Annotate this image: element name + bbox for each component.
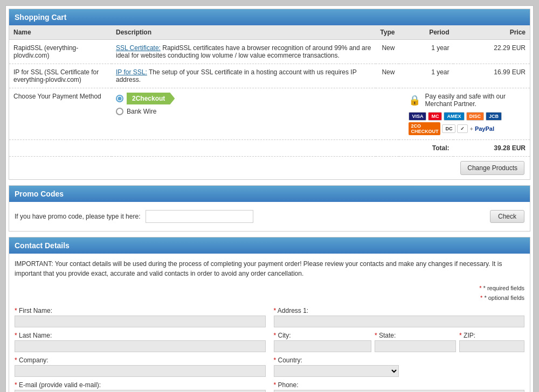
visa-badge: VISA — [409, 112, 426, 121]
last-name-input[interactable] — [15, 340, 266, 352]
bankwire-label: Bank Wire — [127, 108, 156, 115]
country-select[interactable] — [274, 365, 399, 377]
table-row: RapidSSL (everything-plovdiv.com) SSL Ce… — [9, 40, 530, 64]
table-row: IP for SSL (SSL Certificate for everythi… — [9, 64, 530, 88]
city-input[interactable] — [274, 340, 371, 352]
phone-input[interactable] — [274, 390, 525, 392]
state-label: * State: — [375, 332, 456, 339]
jcb-badge: JCB — [486, 112, 502, 121]
item-period-1: 1 year — [399, 40, 453, 64]
item-price-2: 16.99 EUR — [453, 64, 530, 88]
first-name-label: * First Name: — [15, 307, 266, 314]
country-row: * Country: — [274, 356, 399, 377]
payment-option-2checkout[interactable]: 2Checkout — [116, 93, 395, 104]
email-label: * E-mail (provide valid e-mail): — [15, 381, 266, 389]
promo-input[interactable] — [146, 210, 253, 223]
country-label: * Country: — [274, 356, 399, 364]
important-text: IMPORTANT: Your contact details will be … — [15, 259, 524, 278]
company-row: * Company: — [15, 356, 266, 377]
contact-details-header: Contact Details — [9, 237, 530, 254]
mastercard-badge: MC — [428, 112, 442, 121]
payment-info-cell: 🔒 Pay easily and safe with our Merchant … — [399, 88, 530, 140]
payment-options-cell: 2Checkout Bank Wire — [112, 88, 399, 140]
first-name-row: * First Name: — [15, 307, 266, 327]
paypal-badge: PayPal — [475, 125, 494, 132]
col-price: Price — [453, 25, 530, 40]
radio-bankwire-icon — [116, 108, 123, 115]
total-label: Total: — [9, 140, 453, 157]
item-desc-link-2[interactable]: IP for SSL: — [116, 68, 147, 76]
checkout-label: 2Checkout — [127, 93, 175, 104]
address1-input[interactable] — [274, 316, 525, 327]
payment-option-bankwire[interactable]: Bank Wire — [116, 108, 395, 115]
zip-input[interactable] — [459, 340, 524, 352]
check-badge: ✓ — [457, 124, 468, 133]
company-label: * Company: — [15, 356, 266, 364]
last-name-row: * Last Name: — [15, 332, 266, 352]
zip-label: * ZIP: — [459, 332, 524, 339]
item-name-1: RapidSSL (everything-plovdiv.com) — [9, 40, 112, 64]
change-products-button[interactable]: Change Products — [460, 161, 524, 175]
col-type: Type — [376, 25, 399, 40]
address1-label: * Address 1: — [274, 307, 525, 314]
item-period-2: 1 year — [399, 64, 453, 88]
promo-codes-title: Promo Codes — [15, 190, 64, 198]
payment-logos: VISA MC AMEX DISC JCB 2COCHECKOUT DC ✓ + — [409, 112, 526, 135]
contact-details-title: Contact Details — [15, 241, 70, 250]
col-name: Name — [9, 25, 112, 40]
payment-method-label: Choose Your Payment Method — [9, 88, 112, 140]
company-input[interactable] — [15, 365, 266, 377]
discover-badge: DISC — [466, 112, 485, 121]
city-label: * City: — [274, 332, 371, 339]
promo-label: If you have promo code, please type it h… — [15, 213, 140, 220]
promo-codes-header: Promo Codes — [9, 186, 530, 202]
check-button[interactable]: Check — [490, 210, 524, 223]
item-desc-1: SSL Certificate: RapidSSL certificates h… — [112, 40, 376, 64]
change-products-area: Change Products — [9, 157, 530, 179]
phone-row: * Phone: — [274, 381, 525, 392]
email-input[interactable] — [15, 390, 266, 392]
col-description: Description — [112, 25, 376, 40]
shopping-cart-title: Shopping Cart — [15, 13, 66, 22]
promo-section: If you have promo code, please type it h… — [9, 202, 530, 231]
total-value: 39.28 EUR — [453, 140, 530, 157]
amex-badge: AMEX — [444, 112, 464, 121]
radio-2checkout-icon — [116, 95, 123, 102]
first-name-input[interactable] — [15, 316, 266, 327]
item-type-1: New — [376, 40, 399, 64]
item-name-2: IP for SSL (SSL Certificate for everythi… — [9, 64, 112, 88]
address1-row: * Address 1: — [274, 307, 525, 327]
col-period: Period — [399, 25, 453, 40]
last-name-label: * Last Name: — [15, 332, 266, 339]
shopping-cart-header: Shopping Cart — [9, 9, 530, 25]
payment-method-row: Choose Your Payment Method 2Checkout Ban… — [9, 88, 530, 140]
item-price-1: 22.29 EUR — [453, 40, 530, 64]
required-note: * * required fields * * optional fields — [15, 284, 524, 303]
lock-icon: 🔒 — [409, 94, 420, 106]
diners-badge: DC — [442, 124, 455, 133]
safe-payment-text: Pay easily and safe with our Merchant Pa… — [425, 93, 526, 108]
state-input[interactable] — [375, 340, 456, 352]
item-type-2: New — [376, 64, 399, 88]
email-row: * E-mail (provide valid e-mail): — [15, 381, 266, 392]
city-state-zip-row: * City: * State: * ZIP: — [274, 332, 525, 356]
2co-logo: 2COCHECKOUT — [409, 122, 440, 135]
item-desc-link-1[interactable]: SSL Certificate: — [116, 44, 161, 52]
total-row: Total: 39.28 EUR — [9, 140, 530, 157]
item-desc-2: IP for SSL: The setup of your SSL certif… — [112, 64, 376, 88]
phone-label: * Phone: — [274, 381, 525, 389]
plus-text: + — [469, 125, 473, 132]
